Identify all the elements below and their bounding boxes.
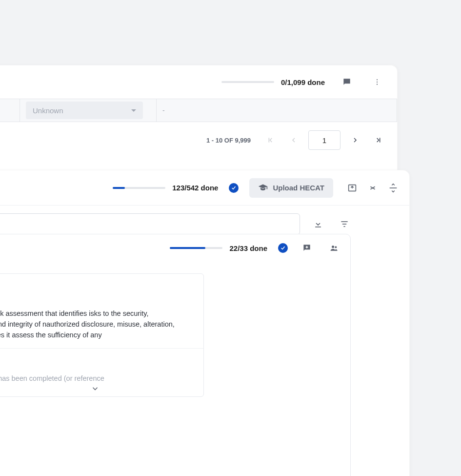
archive-icon[interactable] [344, 180, 361, 196]
status-dropdown[interactable]: Unknown [26, 102, 143, 119]
progress-fill [170, 247, 205, 249]
pagination-last-icon[interactable] [370, 131, 387, 149]
check-circle-icon[interactable] [278, 243, 288, 253]
progress-question: 22/33 done [170, 244, 267, 252]
upload-hecat-button[interactable]: Upload HECAT [249, 178, 333, 198]
chat-icon[interactable] [339, 74, 355, 90]
guidance-text: isk assessment has been completed (or re… [0, 349, 203, 384]
assessment-list-card: 0/1,099 done ure Unknown - 1 - 10 OF 9,9… [0, 65, 398, 187]
check-circle-icon[interactable] [229, 183, 239, 193]
progress-label: 22/33 done [229, 244, 267, 252]
svg-point-1 [377, 82, 378, 83]
people-icon[interactable] [326, 240, 342, 256]
pagination: 1 - 10 OF 9,999 [0, 122, 397, 158]
chevron-down-icon [91, 384, 100, 393]
pagination-next-icon[interactable] [346, 131, 364, 149]
filter-cell-right: - [157, 99, 397, 122]
svg-point-5 [332, 246, 334, 248]
pagination-first-icon[interactable] [261, 131, 279, 149]
filter-cell-dropdown: Unknown [20, 99, 157, 122]
progress-fill [113, 187, 125, 189]
filter-icon[interactable] [336, 216, 353, 232]
add-comment-icon[interactable] [299, 240, 315, 256]
card1-header: 0/1,099 done [0, 65, 397, 99]
question-panel: 22/33 done m based on a risk assessment … [0, 234, 351, 476]
svg-point-0 [377, 79, 378, 80]
kebab-menu-icon[interactable] [369, 74, 385, 90]
progress-track [113, 187, 165, 189]
progress-overall: 0/1,099 done [221, 78, 325, 86]
dropdown-value: Unknown [33, 106, 63, 115]
pagination-range: 1 - 10 OF 9,999 [206, 137, 251, 144]
questionnaire-card: 123/542 done Upload HECAT [0, 170, 410, 476]
progress-section: 123/542 done [113, 184, 218, 192]
svg-point-6 [335, 246, 337, 248]
question-card: m based on a risk assessment that identi… [0, 273, 204, 397]
progress-track [170, 247, 222, 249]
split-icon[interactable] [385, 180, 401, 196]
chevron-down-icon [131, 109, 136, 112]
svg-rect-4 [315, 227, 321, 228]
header-actions [344, 180, 401, 196]
graduation-cap-icon [258, 183, 268, 193]
progress-label: 0/1,099 done [281, 78, 325, 86]
progress-label: 123/542 done [172, 184, 218, 192]
question-text: m based on a risk assessment that identi… [0, 274, 203, 349]
search-input[interactable] [0, 213, 300, 235]
filter-cell-left: ure [0, 99, 20, 122]
progress-track [221, 81, 274, 83]
expand-chevron[interactable] [0, 384, 203, 393]
collapse-icon[interactable] [364, 180, 381, 196]
card2-header: 123/542 done Upload HECAT [0, 170, 409, 206]
upload-label: Upload HECAT [273, 184, 324, 192]
filter-row: ure Unknown - [0, 99, 397, 122]
pagination-page-input[interactable] [308, 130, 341, 150]
download-icon[interactable] [310, 216, 326, 232]
inner-header: 22/33 done [0, 234, 350, 262]
svg-point-2 [377, 84, 378, 85]
pagination-prev-icon[interactable] [285, 131, 302, 149]
